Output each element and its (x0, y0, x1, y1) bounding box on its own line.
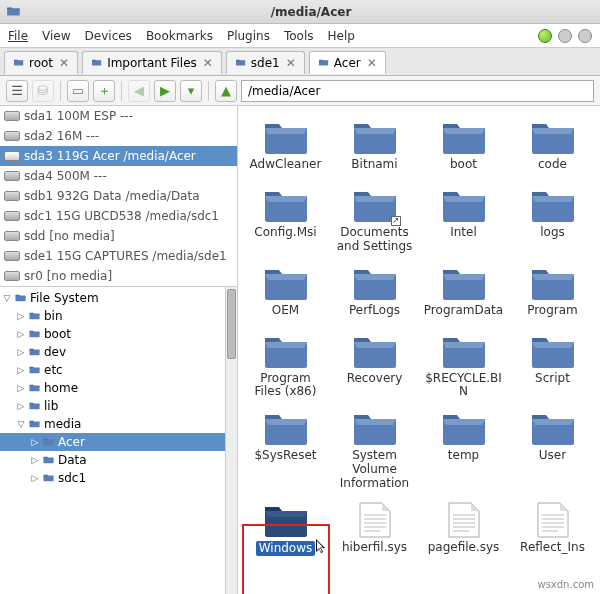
file-item-documents-and-settings[interactable]: ↗Documents and Settings (331, 182, 418, 256)
expand-icon[interactable]: ▷ (30, 455, 40, 465)
menu-tools[interactable]: Tools (284, 29, 314, 43)
tree-item-home[interactable]: ▷home (0, 379, 237, 397)
tab-label: root (29, 56, 53, 70)
expand-icon[interactable]: ▷ (16, 401, 26, 411)
file-item-oem[interactable]: OEM (242, 260, 329, 324)
new-tab-button[interactable]: ▭ (67, 80, 89, 102)
tab-bar: root✕Important Files✕sde1✕Acer✕ (0, 48, 600, 76)
expand-icon[interactable]: ▷ (16, 329, 26, 339)
tab-label: Acer (334, 56, 361, 70)
tab-important-files[interactable]: Important Files✕ (82, 51, 222, 74)
expand-icon[interactable]: ▷ (30, 473, 40, 483)
drive-label: sdc1 15G UBCD538 /media/sdc1 (24, 209, 219, 223)
file-item-config-msi[interactable]: Config.Msi (242, 182, 329, 256)
tree-scrollbar[interactable] (225, 287, 237, 594)
expand-icon[interactable]: ▷ (16, 365, 26, 375)
file-item-code[interactable]: code (509, 114, 596, 178)
tab-root[interactable]: root✕ (4, 51, 78, 74)
file-item-programdata[interactable]: ProgramData (420, 260, 507, 324)
close-icon[interactable]: ✕ (286, 56, 296, 70)
tree-item-lib[interactable]: ▷lib (0, 397, 237, 415)
folder-icon (28, 383, 42, 394)
tree-scroll-thumb[interactable] (227, 289, 236, 359)
file-item-reflect-ins[interactable]: Reflect_Ins (509, 497, 596, 561)
file-item-logs[interactable]: logs (509, 182, 596, 256)
tree-item-dev[interactable]: ▷dev (0, 343, 237, 361)
expand-icon[interactable]: ▷ (30, 437, 40, 447)
tree-item-etc[interactable]: ▷etc (0, 361, 237, 379)
menu-view[interactable]: View (42, 29, 70, 43)
file-item-pagefile-sys[interactable]: pagefile.sys (420, 497, 507, 561)
add-button[interactable]: ＋ (93, 80, 115, 102)
folder-icon (351, 330, 399, 370)
folder-icon (351, 116, 399, 156)
file-item-user[interactable]: User (509, 405, 596, 492)
up-button[interactable]: ▲ (215, 80, 237, 102)
file-item-script[interactable]: Script (509, 328, 596, 402)
menu-devices[interactable]: Devices (85, 29, 132, 43)
file-item-adwcleaner[interactable]: AdwCleaner (242, 114, 329, 178)
sidebar-toggle-button[interactable]: ☰ (6, 80, 28, 102)
status-dot-grey-2[interactable] (578, 29, 592, 43)
file-item-boot[interactable]: boot (420, 114, 507, 178)
file-item-temp[interactable]: temp (420, 405, 507, 492)
tab-sde1[interactable]: sde1✕ (226, 51, 305, 74)
expand-icon[interactable]: ▽ (16, 419, 26, 429)
titlebar: /media/Acer (0, 0, 600, 24)
folder-icon (262, 262, 310, 302)
close-icon[interactable]: ✕ (59, 56, 69, 70)
drive-button[interactable]: ⛁ (32, 80, 54, 102)
expand-icon[interactable]: ▽ (2, 293, 12, 303)
menu-bookmarks[interactable]: Bookmarks (146, 29, 213, 43)
status-dot-grey[interactable] (558, 29, 572, 43)
menu-plugins[interactable]: Plugins (227, 29, 270, 43)
tree-item-sdc1[interactable]: ▷sdc1 (0, 469, 237, 487)
file-icon (529, 499, 577, 539)
tab-acer[interactable]: Acer✕ (309, 51, 386, 74)
file-item--sysreset[interactable]: $SysReset (242, 405, 329, 492)
back-button[interactable]: ◀ (128, 80, 150, 102)
drive-item[interactable]: sda1 100M ESP --- (0, 106, 237, 126)
folder-icon (91, 58, 103, 68)
path-input[interactable] (241, 80, 594, 102)
drive-item[interactable]: sdc1 15G UBCD538 /media/sdc1 (0, 206, 237, 226)
file-item-hiberfil-sys[interactable]: hiberfil.sys (331, 497, 418, 561)
drive-item[interactable]: sde1 15G CAPTURES /media/sde1 (0, 246, 237, 266)
file-item-system-volume-information[interactable]: System Volume Information (331, 405, 418, 492)
menu-help[interactable]: Help (327, 29, 354, 43)
item-label: PerfLogs (349, 304, 400, 318)
close-icon[interactable]: ✕ (203, 56, 213, 70)
expand-icon[interactable]: ▷ (16, 311, 26, 321)
file-item-perflogs[interactable]: PerfLogs (331, 260, 418, 324)
expand-icon[interactable]: ▷ (16, 383, 26, 393)
tree-item-boot[interactable]: ▷boot (0, 325, 237, 343)
drive-item[interactable]: sda2 16M --- (0, 126, 237, 146)
tree-label: dev (44, 345, 66, 359)
item-label: AdwCleaner (250, 158, 322, 172)
tree-item-file-system[interactable]: ▽File System (0, 289, 237, 307)
tree-item-acer[interactable]: ▷Acer (0, 433, 237, 451)
drive-item[interactable]: sda3 119G Acer /media/Acer (0, 146, 237, 166)
drive-item[interactable]: sr0 [no media] (0, 266, 237, 286)
menu-file[interactable]: File (8, 29, 28, 43)
file-item-program-files-x86-[interactable]: Program Files (x86) (242, 328, 329, 402)
file-item-recovery[interactable]: Recovery (331, 328, 418, 402)
file-item-bitnami[interactable]: Bitnami (331, 114, 418, 178)
file-view[interactable]: AdwCleanerBitnamibootcodeConfig.Msi↗Docu… (238, 106, 600, 594)
tree-label: boot (44, 327, 71, 341)
forward-button[interactable]: ▶ (154, 80, 176, 102)
tree-item-bin[interactable]: ▷bin (0, 307, 237, 325)
close-icon[interactable]: ✕ (367, 56, 377, 70)
file-item-program[interactable]: Program (509, 260, 596, 324)
expand-icon[interactable]: ▷ (16, 347, 26, 357)
drive-item[interactable]: sdd [no media] (0, 226, 237, 246)
drive-item[interactable]: sda4 500M --- (0, 166, 237, 186)
file-item--recycle-bin[interactable]: $RECYCLE.BIN (420, 328, 507, 402)
status-dot-green[interactable] (538, 29, 552, 43)
history-button[interactable]: ▾ (180, 80, 202, 102)
tab-label: Important Files (107, 56, 197, 70)
tree-item-media[interactable]: ▽media (0, 415, 237, 433)
tree-item-data[interactable]: ▷Data (0, 451, 237, 469)
file-item-intel[interactable]: Intel (420, 182, 507, 256)
drive-item[interactable]: sdb1 932G Data /media/Data (0, 186, 237, 206)
